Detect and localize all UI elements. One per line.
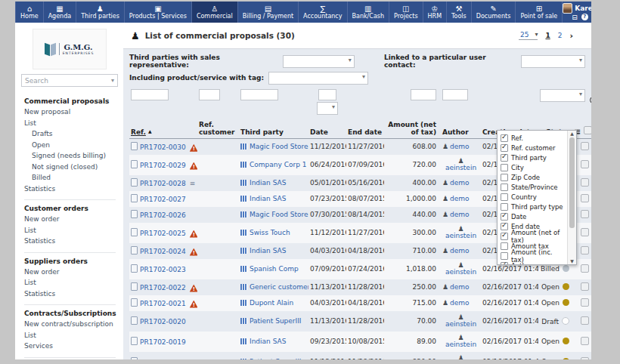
select-all-checkbox[interactable] xyxy=(584,126,591,134)
column-header-end-date[interactable]: End date xyxy=(346,119,384,139)
third-party-search-input[interactable] xyxy=(240,89,278,100)
date-search-input[interactable] xyxy=(318,89,336,100)
row-checkbox[interactable] xyxy=(581,178,589,187)
nav-tab-billing-payment[interactable]: ▤Billing / Payment xyxy=(238,2,299,23)
row-checkbox[interactable] xyxy=(581,228,589,236)
third-party-link[interactable]: Spanish Comp xyxy=(250,265,299,273)
unchecked-checkbox[interactable] xyxy=(501,242,508,250)
amount-search-input[interactable] xyxy=(411,89,436,100)
page-2-link[interactable]: 2 xyxy=(558,32,563,39)
checked-checkbox[interactable] xyxy=(501,134,508,142)
sidebar-item-list[interactable]: List xyxy=(24,118,123,129)
ref-customer-search-input[interactable] xyxy=(199,89,220,100)
scroll-down-icon[interactable]: ▼ xyxy=(570,258,574,264)
checked-checkbox[interactable] xyxy=(501,144,508,152)
row-checkbox[interactable] xyxy=(581,316,589,325)
author-link[interactable]: demo xyxy=(450,195,470,202)
row-checkbox[interactable] xyxy=(581,210,589,218)
unchecked-checkbox[interactable] xyxy=(501,193,508,201)
ref-search-input[interactable] xyxy=(131,89,169,100)
search-icon[interactable] xyxy=(590,97,591,103)
third-party-link[interactable]: Dupont Alain xyxy=(250,299,293,307)
checked-checkbox[interactable] xyxy=(501,262,508,265)
column-option-ref-[interactable]: Ref. xyxy=(501,133,567,143)
sidebar-item-new-proposal[interactable]: New proposal xyxy=(24,106,123,118)
sales-rep-filter-select[interactable] xyxy=(283,55,355,68)
column-option-amount-inc-tax-[interactable]: Amount (inc. tax) xyxy=(501,251,567,261)
column-option-ref-customer[interactable]: Ref. customer xyxy=(501,143,567,153)
column-option-state-province[interactable]: State/Province xyxy=(501,182,567,192)
nav-tab-point-of-sale[interactable]: ⊞Point of sale xyxy=(516,2,563,23)
row-checkbox[interactable] xyxy=(581,246,589,254)
column-header-author[interactable]: Author xyxy=(441,119,481,139)
sidebar-item-statistics[interactable]: Statistics xyxy=(24,288,116,300)
author-link[interactable]: demo xyxy=(450,211,470,218)
proposal-ref-link[interactable]: PR1702-0029 xyxy=(140,162,186,169)
user-line[interactable]: Karen xyxy=(563,3,591,14)
proposal-ref-link[interactable]: PR1702-0020 xyxy=(140,318,186,325)
column-option-country[interactable]: Country xyxy=(501,192,567,202)
third-party-link[interactable]: Magic Food Store xyxy=(250,211,308,218)
user-contact-filter-select[interactable] xyxy=(521,55,585,68)
author-link[interactable]: demo xyxy=(450,247,470,254)
nav-tab-hrm[interactable]: ♔HRM xyxy=(423,2,447,23)
checked-checkbox[interactable] xyxy=(501,213,508,221)
row-checkbox[interactable] xyxy=(581,194,589,202)
sidebar-item-list[interactable]: List xyxy=(24,277,116,288)
column-header-ref-customer[interactable]: Ref. customer xyxy=(197,119,239,139)
column-header-amount[interactable]: Amount (net of tax) xyxy=(384,119,441,139)
author-link[interactable]: aeinstein xyxy=(445,341,476,348)
row-checkbox[interactable] xyxy=(581,298,589,307)
proposal-ref-link[interactable]: PR1702-0018 xyxy=(140,359,186,360)
column-option-zip-code[interactable]: Zip Code xyxy=(501,172,567,182)
sidebar-item-open[interactable]: Open xyxy=(24,140,123,151)
page-1-link[interactable]: 1 xyxy=(545,32,550,39)
sidebar-item-billed[interactable]: Billed xyxy=(24,172,123,184)
sidebar-section-title[interactable]: Customer orders xyxy=(24,204,116,214)
proposal-ref-link[interactable]: PR1702-0023 xyxy=(140,266,186,273)
row-checkbox[interactable] xyxy=(581,282,589,291)
unchecked-checkbox[interactable] xyxy=(501,252,508,260)
dropdown-scrollbar[interactable]: ▲ ▼ xyxy=(567,131,576,264)
next-page-icon[interactable]: › xyxy=(569,31,573,41)
sidebar-section-title[interactable]: Suppliers orders xyxy=(24,257,116,267)
date-month-select[interactable] xyxy=(317,102,338,115)
proposal-ref-link[interactable]: PR1702-0030 xyxy=(140,143,186,151)
author-link[interactable]: aeinstein xyxy=(445,268,476,276)
proposal-ref-link[interactable]: PR1702-0028 xyxy=(140,180,186,187)
author-link[interactable]: demo xyxy=(450,143,470,150)
column-header-third-party[interactable]: Third party xyxy=(239,119,308,139)
proposal-ref-link[interactable]: PR1702-0022 xyxy=(140,284,186,292)
sidebar-item-drafts[interactable]: Drafts xyxy=(24,128,123,140)
nav-tab-products-services[interactable]: ▣Products | Services xyxy=(125,2,192,23)
column-option-amount-net-of-tax-[interactable]: Amount (net of tax) xyxy=(501,231,567,241)
sidebar-item-new-order[interactable]: New order xyxy=(24,267,116,278)
sidebar-item-list[interactable]: List xyxy=(24,225,116,236)
row-checkbox[interactable] xyxy=(581,142,589,150)
unchecked-checkbox[interactable] xyxy=(501,184,508,191)
column-option-city[interactable]: City xyxy=(501,162,567,172)
third-party-link[interactable]: Indian SAS xyxy=(250,179,286,187)
sidebar-item-new-contract-subscription[interactable]: New contract/subscription xyxy=(24,319,116,330)
third-party-link[interactable]: Patient SuperIII xyxy=(250,358,302,359)
column-option-date[interactable]: Date xyxy=(501,211,567,221)
nav-tab-projects[interactable]: ◫Projects xyxy=(389,2,423,23)
sidebar-item-new-order[interactable]: New order xyxy=(24,214,116,225)
proposal-ref-link[interactable]: PR1702-0025 xyxy=(140,230,186,237)
column-option-third-party[interactable]: Third party xyxy=(501,153,567,162)
third-party-link[interactable]: Indian SAS xyxy=(250,195,286,202)
nav-tab-accountancy[interactable]: ∑Accountancy xyxy=(299,2,347,23)
proposal-ref-link[interactable]: PR1702-0026 xyxy=(140,211,186,219)
author-link[interactable]: demo xyxy=(450,299,470,307)
checked-checkbox[interactable] xyxy=(501,223,508,230)
nav-tab-documents[interactable]: ✎Documents xyxy=(472,2,516,23)
sidebar-section-title[interactable]: Commercial proposals xyxy=(24,97,123,106)
sidebar-search-input[interactable]: Search ▾ xyxy=(21,74,118,87)
sidebar-section-title[interactable]: Contracts/Subscriptions xyxy=(24,309,116,319)
status-filter-select[interactable] xyxy=(540,89,585,102)
third-party-link[interactable]: Magic Food Store xyxy=(250,143,308,150)
author-link[interactable]: demo xyxy=(450,179,470,187)
column-header-ref[interactable]: Ref. xyxy=(131,128,146,136)
unchecked-checkbox[interactable] xyxy=(501,174,508,181)
sidebar-item-list[interactable]: List xyxy=(24,330,116,341)
